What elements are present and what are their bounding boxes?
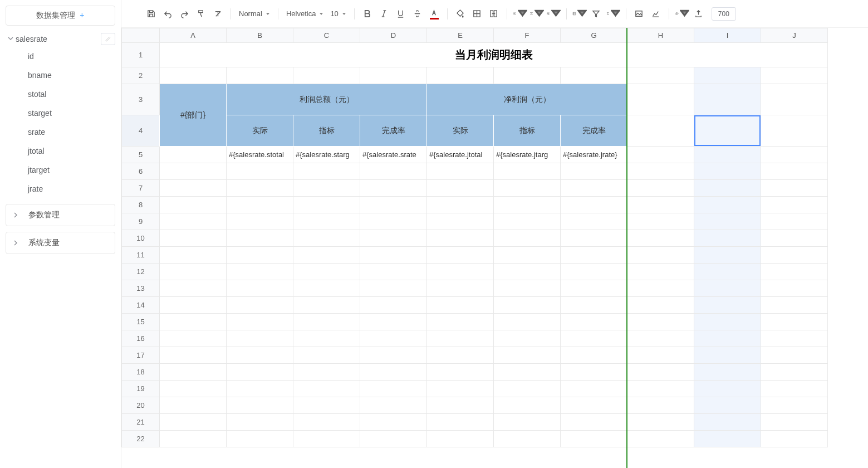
underline-icon[interactable]: [394, 7, 408, 21]
cell-B7[interactable]: [227, 180, 293, 197]
cell-F10[interactable]: [494, 230, 561, 247]
cell-E17[interactable]: [427, 347, 494, 364]
cell-E6[interactable]: [427, 163, 494, 180]
cell-I5[interactable]: [694, 147, 761, 163]
cell-C2[interactable]: [293, 67, 360, 84]
cell-J9[interactable]: [761, 213, 828, 230]
preview-icon[interactable]: [675, 7, 689, 21]
tree-field-stotal[interactable]: stotal: [28, 85, 115, 104]
cell-E19[interactable]: [427, 381, 494, 397]
col-header-C[interactable]: C: [293, 28, 360, 43]
cell-F13[interactable]: [494, 280, 561, 297]
dataset-manage-box[interactable]: 数据集管理 +: [6, 6, 115, 26]
cell-J3[interactable]: [761, 84, 828, 115]
cell-F7[interactable]: [494, 180, 561, 197]
cell-sub2-rate[interactable]: 完成率: [561, 115, 627, 147]
cell-J13[interactable]: [761, 280, 828, 297]
cell-H17[interactable]: [627, 347, 694, 364]
col-header-H[interactable]: H: [627, 28, 694, 43]
cell-sub1-actual[interactable]: 实际: [227, 115, 293, 147]
cell-E7[interactable]: [427, 180, 494, 197]
cell-E5[interactable]: #{salesrate.jtotal: [427, 147, 494, 163]
cell-C19[interactable]: [293, 381, 360, 397]
cell-B18[interactable]: [227, 364, 293, 381]
cell-J19[interactable]: [761, 381, 828, 397]
cell-F18[interactable]: [494, 364, 561, 381]
row-header-20[interactable]: 20: [122, 397, 160, 414]
cell-G16[interactable]: [561, 330, 627, 347]
cell-E11[interactable]: [427, 247, 494, 264]
cell-D13[interactable]: [360, 280, 427, 297]
cell-J16[interactable]: [761, 330, 828, 347]
cell-A19[interactable]: [160, 381, 227, 397]
cell-H8[interactable]: [627, 197, 694, 213]
font-select[interactable]: Helvetica: [284, 7, 326, 21]
cell-A20[interactable]: [160, 397, 227, 414]
cell-F15[interactable]: [494, 314, 561, 330]
cell-H6[interactable]: [627, 163, 694, 180]
cell-D18[interactable]: [360, 364, 427, 381]
cell-G20[interactable]: [561, 397, 627, 414]
cell-E8[interactable]: [427, 197, 494, 213]
cell-G19[interactable]: [561, 381, 627, 397]
cell-D14[interactable]: [360, 297, 427, 314]
cell-B15[interactable]: [227, 314, 293, 330]
cell-E13[interactable]: [427, 280, 494, 297]
format-select[interactable]: Normal: [237, 7, 272, 21]
row-header-22[interactable]: 22: [122, 431, 160, 447]
cell-G13[interactable]: [561, 280, 627, 297]
tree-field-bname[interactable]: bname: [28, 66, 115, 85]
cell-F11[interactable]: [494, 247, 561, 264]
row-header-14[interactable]: 14: [122, 297, 160, 314]
cell-I22[interactable]: [694, 431, 761, 447]
cell-H5[interactable]: [627, 147, 694, 163]
cell-C12[interactable]: [293, 264, 360, 280]
cell-A21[interactable]: [160, 414, 227, 431]
row-header-2[interactable]: 2: [122, 67, 160, 84]
cell-C15[interactable]: [293, 314, 360, 330]
cell-A18[interactable]: [160, 364, 227, 381]
cell-A9[interactable]: [160, 213, 227, 230]
cell-J21[interactable]: [761, 414, 828, 431]
cell-I15[interactable]: [694, 314, 761, 330]
tree-field-jrate[interactable]: jrate: [28, 179, 115, 198]
cell-E12[interactable]: [427, 264, 494, 280]
tree-field-id[interactable]: id: [28, 47, 115, 66]
cell-C18[interactable]: [293, 364, 360, 381]
cell-H9[interactable]: [627, 213, 694, 230]
cell-G22[interactable]: [561, 431, 627, 447]
cell-A17[interactable]: [160, 347, 227, 364]
cell-I11[interactable]: [694, 247, 761, 264]
cell-J8[interactable]: [761, 197, 828, 213]
cell-E18[interactable]: [427, 364, 494, 381]
cell-C7[interactable]: [293, 180, 360, 197]
edit-dataset-icon[interactable]: [101, 33, 115, 45]
cell-sub2-target[interactable]: 指标: [494, 115, 561, 147]
cell-E20[interactable]: [427, 397, 494, 414]
cell-I14[interactable]: [694, 297, 761, 314]
cell-G8[interactable]: [561, 197, 627, 213]
cell-B6[interactable]: [227, 163, 293, 180]
cell-I7[interactable]: [694, 180, 761, 197]
cell-B17[interactable]: [227, 347, 293, 364]
cell-F16[interactable]: [494, 330, 561, 347]
cell-J5[interactable]: [761, 147, 828, 163]
cell-D19[interactable]: [360, 381, 427, 397]
cell-I9[interactable]: [694, 213, 761, 230]
cell-G10[interactable]: [561, 230, 627, 247]
row-header-1[interactable]: 1: [122, 43, 160, 67]
cell-F12[interactable]: [494, 264, 561, 280]
cell-I4[interactable]: [694, 115, 761, 147]
cell-C21[interactable]: [293, 414, 360, 431]
cell-D21[interactable]: [360, 414, 427, 431]
fill-color-icon[interactable]: [453, 7, 468, 21]
redo-icon[interactable]: [177, 7, 192, 21]
cell-G6[interactable]: [561, 163, 627, 180]
cell-D7[interactable]: [360, 180, 427, 197]
export-icon[interactable]: [692, 7, 706, 21]
cell-B2[interactable]: [227, 67, 293, 84]
row-header-9[interactable]: 9: [122, 213, 160, 230]
cell-I10[interactable]: [694, 230, 761, 247]
paint-format-icon[interactable]: [194, 7, 208, 21]
row-header-6[interactable]: 6: [122, 163, 160, 180]
